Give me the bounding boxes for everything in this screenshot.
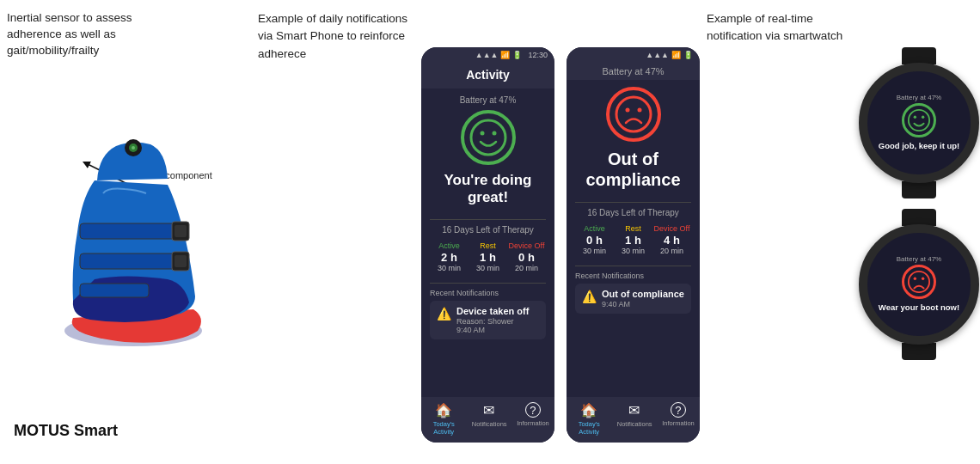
nav-today-label-1: Today's Activity xyxy=(426,420,461,436)
phone1-notif-main: Device taken off xyxy=(456,306,529,317)
phone2-compliance: Out of compliance xyxy=(575,149,691,190)
nav-info-label-2: Information xyxy=(662,419,695,427)
watch-section-label-col: Example of real-time notification via sm… xyxy=(700,0,859,46)
stat-label-rest-2: Rest xyxy=(614,224,652,233)
phone2-notif-time: 9:40 AM xyxy=(602,300,684,308)
svg-point-13 xyxy=(480,131,484,136)
stat-off-2: Device Off 4 h 20 min xyxy=(652,224,691,255)
svg-point-15 xyxy=(616,97,651,131)
boot-image xyxy=(9,77,258,387)
phone1-therapy: 16 Days Left of Therapy xyxy=(442,225,534,235)
stat-value-rest-1: 1 h xyxy=(469,252,507,264)
main-layout: Inertial sensor to assess adherence as w… xyxy=(0,0,980,464)
phone1-notif-sub: Reason: Shower xyxy=(456,317,529,326)
watch1-smiley-svg xyxy=(907,108,931,132)
nav-notif-1[interactable]: ✉ Notifications xyxy=(472,402,506,436)
phone1-compliance: You're doing great! xyxy=(430,172,546,207)
info-icon-2: ? xyxy=(671,402,686,418)
phone2-nav: 🏠 Today's Activity ✉ Notifications ? Inf… xyxy=(567,397,700,443)
phone1-divider1 xyxy=(430,219,546,220)
red-smiley-svg xyxy=(615,95,652,133)
stat-unit-rest-1: 30 min xyxy=(469,264,507,272)
phone2-stats: Active 0 h 30 min Rest 1 h 30 min Device… xyxy=(575,224,691,255)
svg-point-20 xyxy=(922,116,924,119)
stat-value-off-2: 4 h xyxy=(652,235,691,247)
info-icon-1: ? xyxy=(525,402,541,418)
status-icons-2: ▲▲▲ 📶 🔋 xyxy=(646,51,693,59)
phone-section-label-col: Example of daily notifications via Smart… xyxy=(258,0,421,63)
phone1-battery: Battery at 47% xyxy=(460,95,517,105)
home-icon-1: 🏠 xyxy=(435,402,452,418)
watch2-battery: Battery at 47% xyxy=(897,255,941,263)
svg-point-17 xyxy=(637,108,641,113)
stat-active-2: Active 0 h 30 min xyxy=(575,224,614,255)
watch-1: Battery at 47% Good job, keep it up! xyxy=(859,63,979,183)
stat-unit-active-1: 30 min xyxy=(430,264,469,272)
phone1-notif-section: Recent Notifications ⚠️ Device taken off… xyxy=(430,289,546,339)
stat-rest-1: Rest 1 h 30 min xyxy=(469,241,507,272)
phone1-body: Battery at 47% You're doing great! 16 Da… xyxy=(421,89,554,397)
nav-notif-label-1: Notifications xyxy=(472,420,506,428)
nav-notif-label-2: Notifications xyxy=(617,420,652,428)
watch-1-wrapper: Battery at 47% Good job, keep it up! xyxy=(859,47,979,198)
time-display: 12:30 xyxy=(528,51,548,59)
nav-today-1[interactable]: 🏠 Today's Activity xyxy=(426,402,461,436)
nav-notif-2[interactable]: ✉ Notifications xyxy=(617,402,652,436)
svg-rect-2 xyxy=(80,223,187,239)
phone2-divider2 xyxy=(575,266,691,266)
signal-icon-2: ▲▲▲ xyxy=(646,51,669,59)
stat-unit-off-1: 20 min xyxy=(507,264,546,272)
nav-info-2[interactable]: ? Information xyxy=(662,402,695,436)
watch1-band-bottom xyxy=(902,181,936,198)
stat-value-rest-2: 1 h xyxy=(614,235,652,247)
svg-rect-4 xyxy=(80,284,149,297)
stat-label-off-2: Device Off xyxy=(652,224,691,233)
watch-section-title: Example of real-time notification via sm… xyxy=(707,10,857,46)
phone2-notif-title: Recent Notifications xyxy=(575,272,691,280)
wifi-icon: 📶 xyxy=(500,51,510,59)
phone1-nav: 🏠 Today's Activity ✉ Notifications ? Inf… xyxy=(421,397,554,443)
phone1-header: Activity xyxy=(421,63,554,89)
watch-2: Battery at 47% Wear your boot now! xyxy=(859,224,979,345)
watch2-band-top xyxy=(902,209,936,226)
nav-info-1[interactable]: ? Information xyxy=(517,402,549,436)
stat-off-1: Device Off 0 h 20 min xyxy=(507,241,546,272)
phone-section-title: Example of daily notifications via Smart… xyxy=(258,10,417,63)
nav-today-2[interactable]: 🏠 Today's Activity xyxy=(572,402,606,436)
stat-label-active-1: Active xyxy=(430,241,469,250)
status-icons: ▲▲▲ 📶 🔋 12:30 xyxy=(475,51,548,59)
green-smiley-svg xyxy=(469,119,507,156)
phone2-notif-item: ⚠️ Out of compliance 9:40 AM xyxy=(575,284,691,314)
phone2-divider1 xyxy=(575,202,691,203)
phone1-status-bar: ▲▲▲ 📶 🔋 12:30 xyxy=(421,47,554,63)
watch2-text: Wear your boot now! xyxy=(879,302,959,313)
phone2-therapy: 16 Days Left of Therapy xyxy=(587,208,679,217)
stat-active-1: Active 2 h 30 min xyxy=(430,241,469,272)
watches-container: Battery at 47% Good job, keep it up! Bat… xyxy=(859,47,979,360)
stat-unit-active-2: 30 min xyxy=(575,247,614,255)
stat-value-active-1: 2 h xyxy=(430,252,469,264)
phone2-status-bar: ▲▲▲ 📶 🔋 xyxy=(567,47,700,63)
phone1-notif-item: ⚠️ Device taken off Reason: Shower 9:40 … xyxy=(430,301,546,339)
svg-rect-8 xyxy=(175,255,187,267)
watch1-band-top xyxy=(902,47,936,64)
signal-icon: ▲▲▲ xyxy=(475,51,499,59)
boot-name: MOTUS Smart xyxy=(14,422,118,440)
phone2-notif-main: Out of compliance xyxy=(602,289,684,300)
phone2-notif-section: Recent Notifications ⚠️ Out of complianc… xyxy=(575,272,691,314)
phone1-notif-title: Recent Notifications xyxy=(430,289,546,297)
watch2-smiley-svg xyxy=(907,270,931,294)
battery-icon: 🔋 xyxy=(512,51,522,59)
watch1-smiley xyxy=(902,103,936,137)
phone2-smiley xyxy=(606,87,661,142)
nav-info-label-1: Information xyxy=(517,419,549,427)
mail-icon-2: ✉ xyxy=(628,402,640,418)
svg-point-16 xyxy=(625,108,629,113)
phone1-stats: Active 2 h 30 min Rest 1 h 30 min Device… xyxy=(430,241,546,272)
watch1-text: Good job, keep it up! xyxy=(879,141,959,151)
stat-value-off-1: 0 h xyxy=(507,252,546,264)
phone2-notif-content: Out of compliance 9:40 AM xyxy=(602,289,684,308)
home-icon-2: 🏠 xyxy=(580,402,597,418)
phone1-smiley xyxy=(461,110,516,165)
svg-point-11 xyxy=(132,146,135,150)
